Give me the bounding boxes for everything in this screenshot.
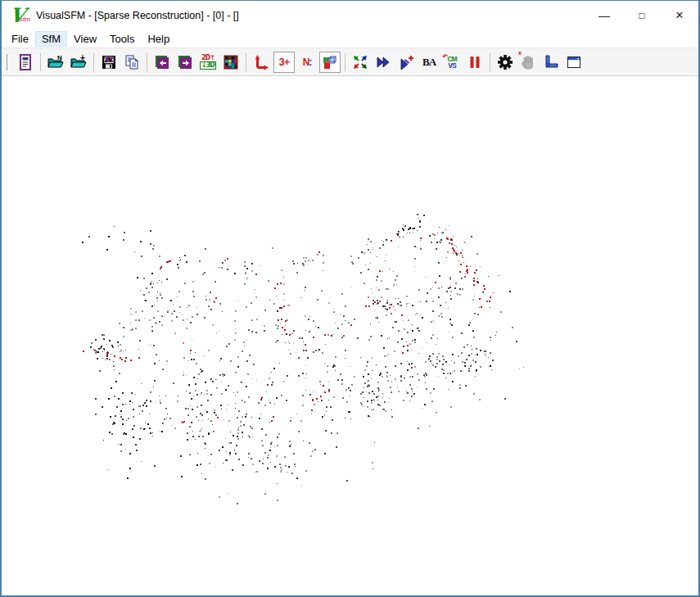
toolbar-separator [147,53,147,71]
title-bar[interactable]: V sfm VisualSFM - [Sparse Reconstruction… [2,1,698,29]
menu-tools[interactable]: Tools [103,31,141,47]
toolbar-grip[interactable] [7,54,10,70]
menu-sfm[interactable]: SfM [35,31,67,47]
expand-arrows-icon [352,54,368,70]
compute-reconstruction-button[interactable] [350,52,371,73]
perspective-axes-button[interactable] [251,52,272,73]
cmvs-icon: ↶ CM VS [447,56,456,69]
folder-add-icon: + [70,54,88,70]
view-3d-button[interactable] [319,52,341,73]
three-plus-label: 3+ [279,56,290,68]
pause-icon [468,55,481,70]
red-axes-icon [253,54,269,70]
ruler-icon [543,54,559,70]
toggle-2d3d-button[interactable]: 2D↑ ↓3D [197,52,219,73]
svg-text:+: + [80,54,85,62]
cube-icon [322,54,338,70]
open-folder-add-button[interactable]: + [68,52,89,73]
window-title: VisualSFM - [Sparse Reconstruction] - [0… [36,10,239,21]
toolbar-separator [40,53,41,71]
minimize-icon: — [598,9,610,22]
previous-image-button[interactable] [151,52,173,73]
new-window-button[interactable] [563,52,585,73]
bundle-adjust-button[interactable]: BA [418,52,440,73]
gear-icon [497,54,513,70]
settings-button[interactable] [495,52,516,73]
toggle-2d3d-icon: 2D↑ ↓3D [200,55,216,70]
match-pairs-button[interactable]: N: [296,52,318,73]
document-list-button[interactable] [15,52,36,73]
hand-icon: x [520,54,536,70]
next-image-button[interactable] [174,52,196,73]
fast-forward-plus-icon [398,54,414,70]
thumbnails-button[interactable] [220,52,242,73]
save-button[interactable] [98,52,120,73]
pause-button[interactable] [464,52,485,73]
toolbar-separator [345,53,345,71]
svg-text:N: N [57,54,62,61]
minimize-button[interactable]: — [585,1,623,34]
open-folder-new-button[interactable]: N [45,52,66,73]
document-list-icon [17,54,34,70]
menu-help[interactable]: Help [141,31,176,47]
visualsfm-window: V sfm VisualSFM - [Sparse Reconstruction… [0,0,700,597]
toolbar-separator [246,53,246,71]
match-pairs-icon: N: [303,57,312,68]
pan-button[interactable]: x [517,52,539,73]
ba-label: BA [422,56,436,69]
maximize-button[interactable]: □ [623,1,661,29]
window-icon [566,54,582,70]
maximize-icon: □ [639,10,644,21]
close-button[interactable]: ✕ [661,1,698,29]
floppy-icon [101,54,117,70]
visualsfm-logo-icon: V sfm [9,5,30,26]
menu-file[interactable]: File [5,31,35,47]
folder-new-icon: N [47,54,65,70]
arrow-right-box-icon [177,54,193,70]
fast-forward-icon [375,54,391,70]
sparse-reconstruction-viewport [2,76,698,595]
copy-icon [124,54,140,70]
add-view-button[interactable] [395,52,417,73]
hand-disabled-x: x [518,50,522,56]
thumbnail-grid-icon [223,54,239,70]
resume-button[interactable] [373,52,394,73]
toolbar: N + [2,47,698,76]
copy-button[interactable] [121,52,142,73]
toolbar-separator [93,53,94,71]
close-icon: ✕ [675,9,684,21]
window-controls: — □ ✕ [585,1,698,29]
point-cloud-viewport[interactable] [2,76,698,595]
toolbar-separator [490,53,490,71]
measure-button[interactable] [540,52,562,73]
arrow-left-box-icon [154,54,170,70]
cmvs-button[interactable]: ↶ CM VS [441,52,463,73]
menu-view[interactable]: View [67,31,103,47]
three-plus-match-button[interactable]: 3+ [273,52,295,73]
